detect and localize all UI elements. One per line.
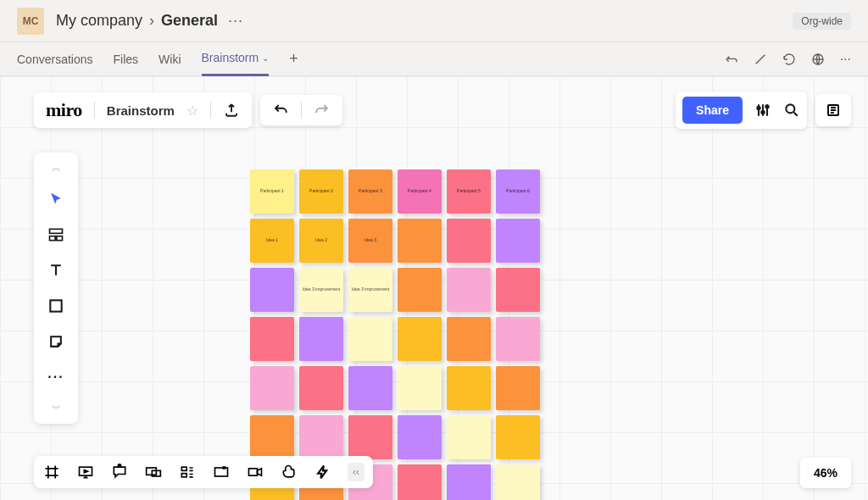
sticky-note[interactable] <box>299 415 343 459</box>
sticky-note[interactable] <box>299 366 343 410</box>
voting-icon[interactable] <box>280 463 298 481</box>
video-icon[interactable] <box>246 463 264 481</box>
sticky-note[interactable] <box>398 366 442 410</box>
sticky-note[interactable]: Idea 3 <box>348 219 392 263</box>
more-actions-icon[interactable]: ··· <box>840 52 851 67</box>
sticky-note[interactable]: Idea 3 improvement <box>299 268 343 312</box>
globe-icon[interactable] <box>811 53 825 66</box>
svg-rect-7 <box>50 236 56 241</box>
refresh-icon[interactable] <box>782 53 796 66</box>
svg-point-2 <box>761 111 764 114</box>
sticky-note[interactable] <box>398 268 442 312</box>
card-icon[interactable] <box>178 463 197 481</box>
expand-icon[interactable] <box>754 53 767 66</box>
collapse-toolbar-icon[interactable]: ‹‹ <box>348 463 364 481</box>
redo-icon[interactable] <box>314 102 331 119</box>
sticky-note[interactable] <box>398 415 442 459</box>
zoom-level[interactable]: 46% <box>800 458 851 488</box>
miro-logo[interactable]: miro <box>46 99 82 121</box>
search-icon[interactable] <box>783 102 800 119</box>
board-title[interactable]: Brainstorm <box>107 103 175 118</box>
timer-icon[interactable] <box>314 463 332 481</box>
shape-tool[interactable] <box>46 296 66 316</box>
chevron-down-icon: ⌄ <box>262 53 269 63</box>
svg-point-3 <box>765 105 768 108</box>
divider <box>210 102 211 119</box>
screen-share-icon[interactable] <box>144 463 163 481</box>
sticky-note[interactable] <box>496 464 540 500</box>
sticky-note[interactable]: Idea 1 <box>250 219 294 263</box>
sticky-note[interactable] <box>250 317 294 361</box>
text-tool[interactable] <box>46 260 66 281</box>
org-visibility-badge: Org-wide <box>793 13 851 30</box>
select-tool[interactable] <box>46 189 66 209</box>
tab-brainstorm[interactable]: Brainstorm ⌄ <box>202 42 270 76</box>
sticky-note[interactable] <box>447 464 491 500</box>
team-avatar[interactable]: MC <box>17 8 44 35</box>
sticky-note[interactable] <box>348 366 392 410</box>
sticky-note[interactable]: Participant 5 <box>447 169 491 214</box>
toolbox-collapse-up-icon[interactable]: ︽ <box>52 161 61 174</box>
sticky-note[interactable] <box>398 464 442 500</box>
sticky-note[interactable] <box>250 415 294 459</box>
channel-more-menu[interactable]: ··· <box>228 12 243 30</box>
team-name[interactable]: My company <box>56 12 142 30</box>
tab-wiki[interactable]: Wiki <box>159 42 181 76</box>
sticky-note[interactable] <box>496 219 540 263</box>
settings-icon[interactable] <box>754 102 771 119</box>
sticky-note[interactable]: Participant 1 <box>250 169 294 214</box>
add-tab-button[interactable]: + <box>289 50 298 68</box>
svg-point-1 <box>757 107 760 109</box>
sticky-note[interactable] <box>398 317 442 361</box>
export-icon[interactable] <box>223 102 240 119</box>
embed-icon[interactable] <box>212 463 231 481</box>
miro-board-area: miro Brainstorm ☆ Share ︽ ··· ︾ Par <box>0 76 868 500</box>
sticky-note[interactable] <box>398 219 442 263</box>
sticky-note[interactable] <box>447 317 491 361</box>
sticky-note[interactable]: Participant 3 <box>348 169 392 214</box>
sticky-notes-grid: Participant 1Participant 2Participant 3P… <box>250 169 540 500</box>
svg-point-11 <box>118 464 120 467</box>
svg-rect-6 <box>50 229 63 233</box>
sticky-note[interactable] <box>496 268 540 312</box>
miro-history <box>260 95 342 125</box>
sticky-note[interactable] <box>250 366 294 410</box>
sticky-note-tool[interactable] <box>46 331 66 352</box>
tab-conversations[interactable]: Conversations <box>17 42 93 76</box>
tab-files[interactable]: Files <box>114 42 139 76</box>
sticky-note[interactable]: Participant 2 <box>299 169 343 214</box>
sticky-note[interactable]: Participant 6 <box>496 169 540 214</box>
share-button[interactable]: Share <box>682 97 743 124</box>
sticky-note[interactable] <box>447 366 491 410</box>
comments-icon[interactable] <box>110 463 129 481</box>
tab-actions: ··· <box>725 52 851 67</box>
sticky-note[interactable] <box>299 317 343 361</box>
sticky-note[interactable] <box>447 415 491 459</box>
activity-icon[interactable] <box>815 94 851 126</box>
sticky-note[interactable] <box>496 317 540 361</box>
sticky-note[interactable]: Idea 3 improvement <box>348 268 392 312</box>
sticky-note[interactable] <box>496 415 540 459</box>
undo-icon[interactable] <box>272 102 289 119</box>
svg-rect-16 <box>215 468 228 476</box>
more-tools-icon[interactable]: ··· <box>46 367 66 387</box>
sticky-note[interactable] <box>250 268 294 312</box>
tab-brainstorm-label: Brainstorm <box>202 51 259 64</box>
sticky-note[interactable]: Idea 2 <box>299 219 343 263</box>
svg-point-4 <box>786 104 794 113</box>
templates-tool[interactable] <box>46 225 66 245</box>
sticky-note[interactable]: Participant 4 <box>398 169 442 214</box>
channel-name[interactable]: General <box>161 12 218 30</box>
sticky-note[interactable] <box>348 415 392 459</box>
sticky-note[interactable] <box>447 268 491 312</box>
frames-icon[interactable] <box>42 463 61 481</box>
sticky-note[interactable] <box>496 366 540 410</box>
miro-left-toolbox: ︽ ··· ︾ <box>34 153 78 424</box>
channel-tabs-bar: Conversations Files Wiki Brainstorm ⌄ + … <box>0 42 868 76</box>
star-icon[interactable]: ☆ <box>186 103 198 119</box>
reply-icon[interactable] <box>725 53 738 66</box>
toolbox-expand-down-icon[interactable]: ︾ <box>52 403 61 415</box>
sticky-note[interactable] <box>348 317 392 361</box>
presentation-icon[interactable] <box>76 463 95 481</box>
sticky-note[interactable] <box>447 219 491 263</box>
